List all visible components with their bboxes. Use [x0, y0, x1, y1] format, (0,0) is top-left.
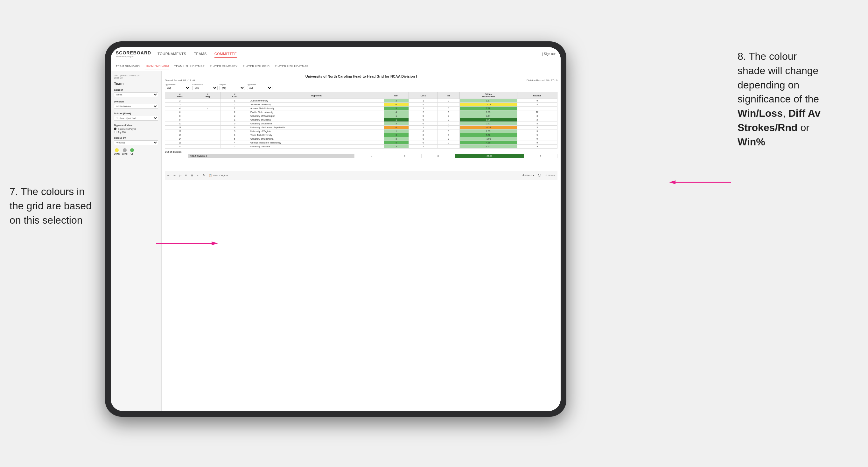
logo-text: SCOREBOARD [116, 50, 151, 55]
table-row: 13 1 Texas Tech University 3 0 0 5.56 9 [165, 133, 557, 137]
nav-item-tournaments[interactable]: TOURNAMENTS [157, 51, 186, 58]
cell-conf: 5 [220, 122, 249, 126]
table-row: 12 3 University of Virginia 1 0 0 2.33 3 [165, 129, 557, 133]
cell-opponent: University of Alabama [249, 122, 384, 126]
cell-loss: 0 [408, 114, 437, 118]
opponent-select[interactable]: (All) [247, 86, 272, 90]
toolbar-copy[interactable]: ⧉ [185, 174, 187, 177]
cell-win: 3 [384, 145, 408, 149]
cell-tie: 0 [438, 99, 460, 103]
toolbar-forward[interactable]: ▷ [180, 174, 181, 177]
table-row: 3 2 Vanderbilt University 0 4 0 -2.29 8 [165, 103, 557, 106]
gender-select[interactable]: Men's [114, 92, 158, 97]
col-rounds: Rounds [517, 92, 557, 99]
cell-opponent: Vanderbilt University [249, 103, 384, 106]
cell-reg [195, 111, 220, 114]
toolbar-redo[interactable]: ↪ [174, 174, 176, 177]
col-reg: #Reg [195, 92, 220, 99]
svg-marker-3 [669, 180, 676, 184]
cell-rounds: 9 [517, 141, 557, 145]
out-of-division-table: NCAA Division II 1 0 0 26.00 3 [165, 154, 557, 158]
cell-rounds: 12 [517, 111, 557, 114]
cell-conf: 6 [220, 126, 249, 129]
legend-up: Up [130, 148, 134, 155]
cell-opponent: Georgia Institute of Technology [249, 141, 384, 145]
out-div-win: 1 [354, 154, 388, 158]
cell-tie: 0 [438, 145, 460, 149]
annotation-right-line1: 8. The colour [738, 51, 797, 62]
cell-conf: 2 [220, 111, 249, 114]
cell-win: 0 [384, 103, 408, 106]
cell-rounds: 8 [517, 103, 557, 106]
toolbar-share[interactable]: ↗ Share [545, 174, 555, 177]
cell-opponent: Florida State University [249, 111, 384, 114]
sub-tab-team-h2h-grid[interactable]: TEAM H2H GRID [146, 63, 169, 69]
filter-region: Region (All) [220, 84, 245, 90]
sub-tab-player-summary[interactable]: PLAYER SUMMARY [210, 63, 237, 69]
division-select[interactable]: NCAA Division I [114, 104, 158, 109]
cell-win: 1 [384, 118, 408, 122]
annotation-right-line3: depending on [738, 79, 799, 91]
cell-loss: 0 [408, 141, 437, 145]
timestamp: Last Updated: 27/03/202416:55:38 [114, 74, 158, 79]
school-select[interactable]: 1. University of Nort... [114, 116, 158, 121]
sidebar-division-label: Division [114, 100, 158, 103]
sign-out-link[interactable]: | Sign out [542, 52, 556, 56]
table-row: 14 5 University of Oklahoma 3 0 0 -1.00 … [165, 137, 557, 141]
region-select[interactable]: (All) [220, 86, 245, 90]
toolbar-clock[interactable]: ⏱ [203, 174, 205, 177]
annotation-right-bold1: Win/Loss [738, 107, 783, 119]
toolbar-comment[interactable]: 💬 [538, 174, 541, 177]
cell-tie: 0 [438, 141, 460, 145]
filter-region-label: Region [220, 84, 245, 86]
cell-rank: 3 [165, 103, 195, 106]
cell-conf: 5 [220, 137, 249, 141]
cell-loss: 0 [408, 122, 437, 126]
toolbar-grid-icon[interactable]: ⊞ [191, 174, 193, 177]
opponents-select[interactable]: (All) [165, 86, 190, 90]
cell-rounds: 9 [517, 145, 557, 149]
cell-loss: 0 [408, 137, 437, 141]
sub-tab-player-h2h-grid[interactable]: PLAYER H2H GRID [243, 63, 270, 69]
sub-tab-player-h2h-heatmap[interactable]: PLAYER H2H HEATMAP [275, 63, 308, 69]
out-div-diff: 26.00 [455, 154, 524, 158]
right-annotation-arrow [668, 179, 731, 185]
sub-tab-team-summary[interactable]: TEAM SUMMARY [116, 63, 140, 69]
cell-opponent: University of Oklahoma [249, 137, 384, 141]
toolbar-watch[interactable]: 👁 Watch ▾ [522, 174, 534, 177]
colour-by-select[interactable]: Win/loss [114, 140, 158, 145]
cell-opponent: University of Washington [249, 114, 384, 118]
cell-reg [195, 145, 220, 149]
cell-opponent: University of Virginia [249, 129, 384, 133]
cell-reg [195, 114, 220, 118]
conference-select[interactable]: (All) [192, 86, 218, 90]
nav-item-committee[interactable]: COMMITTEE [214, 51, 237, 58]
cell-rank: 13 [165, 133, 195, 137]
filter-conference-label: Conference [192, 84, 218, 86]
legend-level: Level [122, 148, 128, 155]
out-div-tie: 0 [421, 154, 455, 158]
cell-win: 1 [384, 114, 408, 118]
toolbar-minus[interactable]: − [197, 174, 198, 177]
sub-tab-team-h2h-heatmap[interactable]: TEAM H2H HEATMAP [174, 63, 205, 69]
radio-top-100[interactable]: Top 100 [114, 131, 158, 133]
colour-by-label: Colour by [114, 136, 158, 139]
cell-win: 5 [384, 141, 408, 145]
sidebar-division-section: Division NCAA Division I [114, 100, 158, 109]
out-div-cell [165, 154, 188, 158]
sidebar-opponent-view-section: Opponent View Opponents Played Top 100 [114, 124, 158, 133]
cell-reg: - [195, 106, 220, 111]
radio-dot-top100 [114, 131, 117, 133]
grid-title: University of North Carolina Head-to-Hea… [165, 74, 557, 78]
cell-rank: 10 [165, 122, 195, 126]
cell-opponent: Auburn University [249, 99, 384, 103]
toolbar-view[interactable]: 📋 View: Original [209, 174, 228, 177]
nav-item-teams[interactable]: TEAMS [194, 51, 207, 58]
annotation-left: 7. The colours in the grid are based on … [9, 185, 99, 227]
cell-reg [195, 129, 220, 133]
cell-rank: 9 [165, 118, 195, 122]
cell-rank: 12 [165, 129, 195, 133]
toolbar-undo[interactable]: ↩ [167, 174, 169, 177]
legend-up-dot [130, 148, 134, 152]
radio-opponents-played[interactable]: Opponents Played [114, 128, 158, 130]
